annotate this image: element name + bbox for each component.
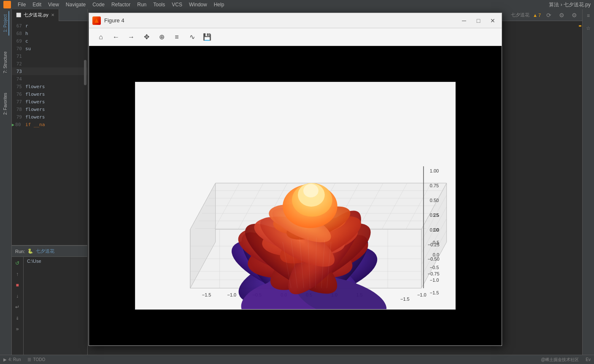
tab-close-btn[interactable]: ✕ (51, 13, 54, 17)
pan-btn[interactable]: ✥ (140, 30, 153, 44)
code-line-72: 72 (12, 60, 87, 67)
code-line-70: 70 su (12, 45, 87, 52)
plot-container: 1.00 0.75 0.50 0.25 0.00 −0.25 −0.50 −0.… (135, 82, 456, 310)
svg-text:0.0: 0.0 (433, 252, 439, 257)
todo-status[interactable]: ☰ TODO (27, 357, 45, 362)
svg-point-101 (303, 184, 319, 197)
warning-count: 7 (538, 13, 541, 18)
rose-plot-svg: 1.00 0.75 0.50 0.25 0.00 −0.25 −0.50 −0.… (135, 82, 455, 309)
svg-text:1.0: 1.0 (433, 227, 439, 232)
figure-titlebar: Figure 4 ─ □ ✕ (89, 13, 502, 28)
editor-tab-main[interactable]: ⬜ 七夕送花.py ✕ (12, 9, 59, 21)
left-panel: 1: Project 7: Structure 2: Favorites (0, 9, 12, 355)
run-down-btn[interactable]: ↓ (13, 291, 22, 301)
code-line-80: ▶80 if __na (12, 121, 87, 128)
right-panel: ≡ ☆ (582, 9, 594, 355)
figure-title: Figure 4 (104, 17, 455, 24)
sidebar-item-project[interactable]: 1: Project (2, 11, 9, 35)
menu-window[interactable]: Window (189, 2, 207, 8)
figure-window: Figure 4 ─ □ ✕ ⌂ ← → ✥ ⊕ ≡ ∿ 💾 (89, 13, 502, 346)
refresh-btn[interactable]: ⟳ (544, 11, 554, 20)
tab-file-icon: ⬜ (16, 13, 21, 17)
svg-text:−1.5: −1.5 (400, 297, 410, 302)
menu-tools[interactable]: Tools (153, 2, 165, 8)
run-stop-btn[interactable]: ■ (13, 280, 22, 290)
scrollbar[interactable] (84, 60, 86, 85)
save-btn[interactable]: 💾 (200, 30, 214, 44)
menu-vcs[interactable]: VCS (172, 2, 182, 8)
svg-text:0.75: 0.75 (430, 183, 439, 188)
code-editor[interactable]: 67 r 68 h 69 c 70 su 71 72 73 74 (12, 21, 87, 129)
svg-text:1.00: 1.00 (430, 168, 439, 173)
community-text: @稀土掘金技术社区 (541, 357, 579, 363)
run-restart-btn[interactable]: ↺ (13, 259, 22, 268)
sidebar-item-structure[interactable]: 7: Structure (2, 48, 9, 77)
run-panel-header: Run: 🐍 七夕送花 (12, 246, 87, 257)
line-btn[interactable]: ∿ (185, 30, 199, 44)
figure-maximize-btn[interactable]: □ (473, 15, 484, 26)
forward-btn[interactable]: → (124, 30, 138, 44)
code-line-69: 69 c (12, 37, 87, 45)
menu-navigate[interactable]: Navigate (66, 2, 86, 8)
right-icon-1[interactable]: ≡ (584, 11, 593, 20)
menu-help[interactable]: Help (214, 2, 224, 8)
code-line-74: 74 (12, 75, 87, 83)
menu-code[interactable]: Code (92, 2, 105, 8)
run-label: Run: (15, 249, 25, 254)
svg-text:0.50: 0.50 (430, 198, 439, 203)
run-tab[interactable]: 七夕送花 (36, 248, 54, 254)
home-btn[interactable]: ⌂ (94, 30, 108, 44)
run-more-btn[interactable]: » (13, 324, 22, 334)
code-line-77: 77 flowers (12, 98, 87, 105)
run-panel: Run: 🐍 七夕送花 ↺ ↑ ■ ↓ ↵ ⇓ » C:\Use (12, 245, 88, 355)
run-scroll-btn[interactable]: ⇓ (13, 313, 22, 323)
warning-icon: ▲ (533, 13, 537, 18)
gutter-warning (579, 25, 581, 27)
tab-bar: ⬜ 七夕送花.py ✕ (12, 9, 87, 21)
menu-bar: File Edit View Navigate Code Refactor Ru… (0, 0, 594, 9)
run-output: C:\Use (24, 257, 45, 355)
menu-file[interactable]: File (18, 2, 26, 8)
zoom-btn[interactable]: ⊕ (155, 30, 168, 44)
search-btn[interactable]: ⚙ (570, 11, 579, 20)
svg-text:−0.75: −0.75 (428, 271, 440, 276)
menu-view[interactable]: View (48, 2, 59, 8)
code-line-75: 75 flowers (12, 83, 87, 90)
code-line-73: 73 (12, 67, 87, 75)
menu-run[interactable]: Run (137, 2, 146, 8)
run-status-icon: ▶ (3, 357, 7, 362)
code-line-76: 76 flowers (12, 90, 87, 98)
sidebar-item-favorites[interactable]: 2: Favorites (2, 89, 9, 118)
tab-label: 七夕送花.py (24, 12, 49, 18)
warning-badge[interactable]: ▲ 7 (533, 13, 541, 18)
svg-text:−0.5: −0.5 (430, 265, 439, 270)
svg-text:−1.5: −1.5 (202, 292, 211, 297)
configure-btn[interactable]: ≡ (170, 30, 184, 44)
ev-text: Ev (586, 357, 591, 362)
menu-edit[interactable]: Edit (32, 2, 41, 8)
figure-close-btn[interactable]: ✕ (487, 15, 498, 26)
svg-text:−1.0: −1.0 (430, 278, 439, 283)
run-step-btn[interactable]: ↵ (13, 302, 22, 312)
figure-toolbar: ⌂ ← → ✥ ⊕ ≡ ∿ 💾 (89, 28, 502, 46)
menu-breadcrumb: 算法 › 七夕送花.py (549, 1, 591, 8)
code-line-78: 78 flowers (12, 105, 87, 113)
run-status-label: 4: Run (8, 357, 21, 362)
code-line-68: 68 h (12, 30, 87, 37)
app-logo (3, 1, 11, 8)
menu-refactor[interactable]: Refactor (111, 2, 130, 8)
run-status[interactable]: ▶ 4: Run (3, 357, 21, 362)
svg-text:−1.5: −1.5 (430, 290, 439, 295)
python-icon: 🐍 (27, 248, 33, 254)
figure-minimize-btn[interactable]: ─ (459, 15, 470, 26)
todo-label: TODO (33, 357, 45, 362)
svg-text:1.5: 1.5 (433, 213, 439, 218)
svg-text:−1.0: −1.0 (417, 292, 427, 297)
right-icon-2[interactable]: ☆ (584, 24, 593, 33)
figure-app-icon (92, 16, 101, 25)
settings-btn[interactable]: ⚙ (557, 11, 566, 20)
back-btn[interactable]: ← (109, 30, 123, 44)
todo-icon: ☰ (27, 357, 31, 362)
run-up-btn[interactable]: ↑ (13, 270, 22, 279)
figure-canvas: 1.00 0.75 0.50 0.25 0.00 −0.25 −0.50 −0.… (89, 46, 502, 345)
